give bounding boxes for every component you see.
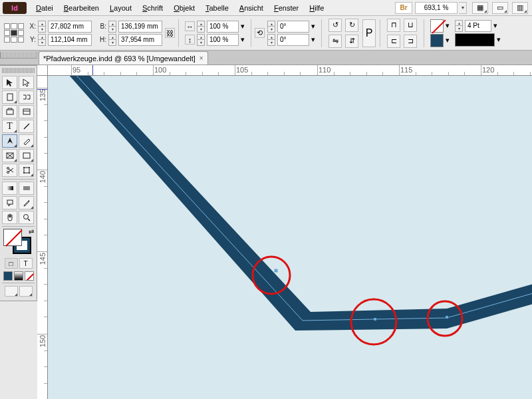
menu-tabelle[interactable]: Tabelle: [200, 2, 234, 14]
gradient-feather-tool[interactable]: [19, 182, 34, 195]
x-label: X:: [27, 23, 36, 30]
free-transform-tool[interactable]: [19, 164, 34, 177]
rotate-cw-button[interactable]: ↻: [345, 19, 358, 32]
rotate-icon: ⟲: [255, 28, 265, 38]
document-tab[interactable]: *Pfadwerkzeuge.indd @ 693 % [Umgewandelt…: [39, 51, 208, 65]
h-field[interactable]: [118, 34, 162, 46]
normal-view-button[interactable]: [5, 286, 18, 297]
line-tool[interactable]: [19, 120, 34, 133]
horizontal-ruler[interactable]: 95100105110115120: [48, 65, 532, 76]
stroke-style-dropdown[interactable]: ▾: [497, 35, 501, 44]
menu-layout[interactable]: Layout: [104, 2, 137, 14]
scale-x-field[interactable]: [207, 21, 239, 33]
fill-dropdown[interactable]: ▾: [446, 21, 450, 30]
svg-point-16: [23, 172, 25, 174]
view-options-button[interactable]: ▦: [472, 2, 488, 14]
align-button-4[interactable]: ⊐: [404, 35, 417, 48]
rotate-ccw-button[interactable]: ↺: [329, 19, 342, 32]
stroke-style-swatch[interactable]: [455, 33, 495, 47]
constrain-proportions-icon[interactable]: ⛓: [165, 28, 175, 38]
type-tool[interactable]: T: [2, 120, 17, 133]
menu-ansicht[interactable]: Ansicht: [234, 2, 269, 14]
ruler-origin[interactable]: [37, 65, 48, 76]
rotate-field[interactable]: [277, 21, 309, 33]
rectangle-tool[interactable]: [19, 149, 34, 162]
menu-schrift[interactable]: Schrift: [137, 2, 168, 14]
anchor-point[interactable]: [446, 316, 448, 319]
panel-grip[interactable]: [2, 68, 35, 73]
svg-point-21: [23, 215, 28, 219]
hand-tool[interactable]: [2, 211, 17, 224]
shear-field[interactable]: [277, 34, 309, 46]
zoom-tool[interactable]: [19, 211, 34, 224]
align-button-3[interactable]: ⊏: [387, 35, 400, 48]
bridge-button[interactable]: Br: [395, 2, 412, 14]
zoom-level-field[interactable]: 693,1 %: [415, 2, 458, 14]
stroke-weight-dropdown[interactable]: ▾: [493, 21, 497, 30]
apply-color-button[interactable]: [3, 271, 13, 281]
stroke-dropdown[interactable]: ▾: [446, 36, 450, 45]
zoom-dropdown[interactable]: ▾: [459, 2, 467, 14]
scale-x-icon: ↔: [185, 21, 195, 31]
menu-fenster[interactable]: Fenster: [269, 2, 304, 14]
page-tool[interactable]: [2, 90, 17, 104]
formatting-container-button[interactable]: □: [5, 258, 18, 269]
close-tab-icon[interactable]: ×: [200, 55, 203, 62]
x-field[interactable]: [48, 21, 92, 33]
content-placer-tool[interactable]: [19, 105, 34, 118]
apply-none-button[interactable]: [25, 271, 34, 281]
content-collector-tool[interactable]: [2, 105, 17, 118]
stroke-weight-field[interactable]: [465, 20, 491, 32]
pencil-tool[interactable]: [19, 134, 34, 148]
apply-gradient-button[interactable]: [14, 271, 23, 281]
menu-datei[interactable]: Datei: [31, 2, 59, 14]
path-object[interactable]: [58, 76, 532, 331]
selection-tool[interactable]: [2, 76, 17, 89]
stroke-swatch[interactable]: [430, 34, 444, 47]
arrange-docs-button[interactable]: ▥: [512, 2, 528, 14]
scale-x-dropdown[interactable]: ▾: [241, 22, 245, 31]
direct-selection-tool[interactable]: [19, 76, 34, 89]
fill-swatch[interactable]: [430, 19, 444, 33]
pen-tool[interactable]: [2, 134, 17, 148]
w-field[interactable]: [118, 21, 162, 33]
svg-rect-2: [23, 109, 30, 114]
panel-dock-handle[interactable]: [0, 52, 37, 59]
preview-view-button[interactable]: [19, 286, 33, 297]
scale-y-dropdown[interactable]: ▾: [241, 35, 245, 44]
menu-hilfe[interactable]: Hilfe: [304, 2, 329, 14]
vertical-ruler[interactable]: 135140145150: [37, 76, 48, 399]
swap-fill-stroke-icon[interactable]: ⇄: [29, 228, 34, 235]
document-tab-bar: *Pfadwerkzeuge.indd @ 693 % [Umgewandelt…: [0, 51, 532, 65]
formatting-text-button[interactable]: T: [19, 258, 33, 269]
path-edge: [65, 76, 532, 321]
canvas[interactable]: [48, 76, 532, 399]
scale-y-field[interactable]: [207, 34, 239, 46]
align-button-2[interactable]: ⊔: [404, 19, 417, 32]
rectangle-frame-tool[interactable]: [2, 149, 17, 162]
menu-objekt[interactable]: Objekt: [168, 2, 200, 14]
menu-bearbeiten[interactable]: Bearbeiten: [59, 2, 104, 14]
flip-horizontal-button[interactable]: ⇋: [329, 35, 342, 48]
y-field[interactable]: [48, 34, 92, 46]
reference-point[interactable]: [4, 23, 24, 43]
screen-mode-button[interactable]: ▭: [492, 2, 508, 14]
shear-dropdown[interactable]: ▾: [311, 35, 315, 44]
gradient-swatch-tool[interactable]: [2, 182, 17, 195]
screen-mode-row: [2, 286, 35, 297]
anchor-point[interactable]: [374, 318, 376, 321]
work-area: 95100105110115120 135140145150: [37, 65, 532, 399]
gap-tool[interactable]: [19, 90, 34, 104]
scissors-tool[interactable]: [2, 164, 17, 177]
fill-stroke-proxy[interactable]: ⇄: [3, 229, 34, 255]
svg-point-17: [29, 172, 30, 174]
fill-box-icon[interactable]: [3, 229, 22, 246]
note-tool[interactable]: [2, 196, 17, 209]
align-button-1[interactable]: ⊓: [387, 19, 400, 32]
app-icon: Id: [3, 2, 27, 14]
select-container-button[interactable]: P: [362, 19, 376, 47]
rotate-dropdown[interactable]: ▾: [311, 22, 315, 31]
flip-vertical-button[interactable]: ⇵: [345, 35, 358, 48]
eyedropper-tool[interactable]: [19, 196, 34, 209]
anchor-point[interactable]: [275, 269, 277, 272]
